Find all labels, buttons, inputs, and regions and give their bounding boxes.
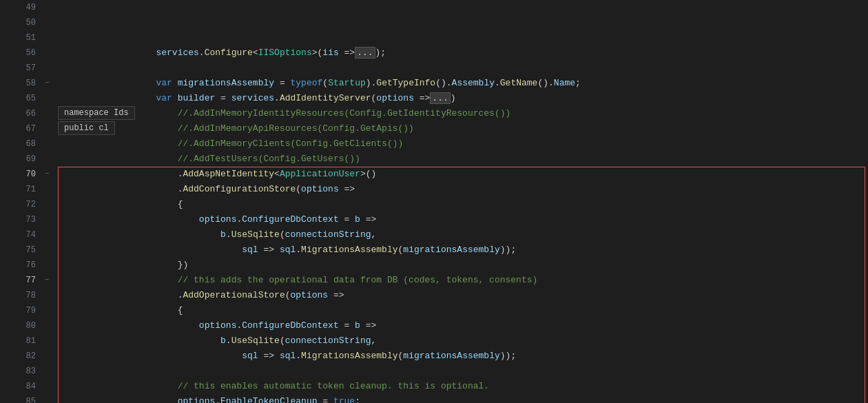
code-line-69: .AddAspNetIdentity<ApplicationUser>() — [59, 152, 868, 167]
code-line-51: services.Configure<IISOptions>(iis =>...… — [59, 30, 868, 45]
code-line-58: var builder = services.AddIdentityServer… — [59, 76, 868, 91]
code-line-70: .AddConfigurationStore(options => — [59, 167, 868, 182]
code-line-80: b.UseSqlite(connectionString, — [59, 318, 868, 333]
fold-79 — [41, 303, 52, 318]
code-line-68: //.AddTestUsers(Config.GetUsers()) — [59, 136, 868, 152]
fold-51 — [41, 30, 52, 45]
code-line-57: var migrationsAssembly = typeof(Startup)… — [59, 61, 868, 76]
fold-65 — [41, 91, 52, 106]
fold-69 — [41, 152, 52, 167]
line-num-65: 65 — [0, 91, 36, 106]
code-line-78: { — [59, 288, 868, 303]
line-num-76: 76 — [0, 258, 36, 273]
fold-85 — [41, 394, 52, 403]
fold-56 — [41, 45, 52, 61]
fold-67 — [41, 121, 52, 136]
code-line-56 — [59, 45, 868, 61]
line-num-72: 72 — [0, 197, 36, 212]
line-num-82: 82 — [0, 349, 36, 364]
fold-57 — [41, 61, 52, 76]
code-line-81: sql => sql.MigrationsAssembly(migrations… — [59, 333, 868, 349]
line-numbers: 49 50 51 56 57 58 65 66 67 68 69 70 71 7… — [0, 0, 41, 403]
line-num-58: 58 — [0, 76, 36, 91]
fold-71 — [41, 182, 52, 197]
fold-indicators: − − − — [41, 0, 52, 403]
line-num-81: 81 — [0, 333, 36, 349]
line-num-57: 57 — [0, 61, 36, 76]
line-num-80: 80 — [0, 318, 36, 333]
fold-77[interactable]: − — [41, 273, 52, 288]
fold-70[interactable]: − — [41, 167, 52, 182]
line-num-71: 71 — [0, 182, 36, 197]
line-num-79: 79 — [0, 303, 36, 318]
fold-49 — [41, 0, 52, 15]
fold-68 — [41, 136, 52, 152]
fold-76 — [41, 258, 52, 273]
code-line-65: //.AddInMemoryIdentityResources(Config.G… — [59, 91, 868, 106]
fold-78 — [41, 288, 52, 303]
code-line-50 — [59, 15, 868, 30]
line-num-83: 83 — [0, 364, 36, 379]
line-num-69: 69 — [0, 152, 36, 167]
code-line-74: sql => sql.MigrationsAssembly(migrations… — [59, 227, 868, 242]
code-line-85: }); — [59, 394, 868, 403]
line-num-77: 77 — [0, 273, 36, 288]
fold-80 — [41, 318, 52, 333]
line-num-85: 85 — [0, 394, 36, 403]
code-line-77: .AddOperationalStore(options => — [59, 273, 868, 288]
line-num-73: 73 — [0, 212, 36, 227]
code-line-66: //.AddInMemoryApiResources(Config.GetApi… — [59, 106, 868, 121]
fold-75 — [41, 242, 52, 258]
code-editor: 49 50 51 56 57 58 65 66 67 68 69 70 71 7… — [0, 0, 868, 403]
fold-82 — [41, 349, 52, 364]
code-line-82 — [59, 349, 868, 364]
fold-83 — [41, 364, 52, 379]
line-num-66: 66 — [0, 106, 36, 121]
fold-66 — [41, 106, 52, 121]
line-num-67: 67 — [0, 121, 36, 136]
line-num-78: 78 — [0, 288, 36, 303]
code-line-67: //.AddInMemoryClients(Config.GetClients(… — [59, 121, 868, 136]
line-num-75: 75 — [0, 242, 36, 258]
fold-74 — [41, 227, 52, 242]
fold-84 — [41, 379, 52, 394]
code-line-73: b.UseSqlite(connectionString, — [59, 212, 868, 227]
fold-72 — [41, 197, 52, 212]
code-line-49 — [59, 0, 868, 15]
code-line-76: // this adds the operational data from D… — [59, 258, 868, 273]
fold-73 — [41, 212, 52, 227]
code-line-72: options.ConfigureDbContext = b => — [59, 197, 868, 212]
line-num-51: 51 — [0, 30, 36, 45]
code-line-84: options.EnableTokenCleanup = true; — [59, 379, 868, 394]
code-line-75: }) — [59, 242, 868, 258]
fold-50 — [41, 15, 52, 30]
line-num-84: 84 — [0, 379, 36, 394]
fold-58[interactable]: − — [41, 76, 52, 91]
line-num-50: 50 — [0, 15, 36, 30]
fold-81 — [41, 333, 52, 349]
code-line-79: options.ConfigureDbContext = b => — [59, 303, 868, 318]
line-num-70: 70 — [0, 167, 36, 182]
line-num-49: 49 — [0, 0, 36, 15]
line-num-56: 56 — [0, 45, 36, 61]
line-num-68: 68 — [0, 136, 36, 152]
code-line-71: { — [59, 182, 868, 197]
line-num-74: 74 — [0, 227, 36, 242]
code-line-83: // this enables automatic token cleanup.… — [59, 364, 868, 379]
code-content[interactable]: namespace Ids public cl services.Configu — [52, 0, 868, 403]
